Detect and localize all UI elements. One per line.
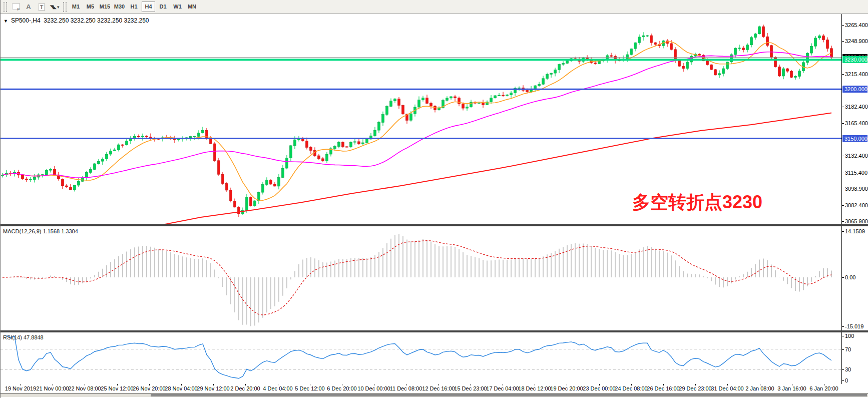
price-badge: 3150.000 bbox=[842, 135, 867, 142]
price-axis-label: 3115.400 bbox=[845, 170, 867, 176]
time-axis-label: 19 Dec 20:00 bbox=[550, 385, 583, 391]
rsi-axis-label: 100 bbox=[845, 333, 854, 339]
axis-tick bbox=[842, 41, 844, 42]
timeframe-button-h1[interactable]: H1 bbox=[127, 2, 141, 12]
time-axis-label: 2 Jan 08:00 bbox=[745, 385, 774, 391]
macd-axis-label: 0.00 bbox=[845, 274, 855, 280]
price-badge: 3230.000 bbox=[842, 56, 867, 63]
time-axis-label: 10 Dec 00:00 bbox=[357, 385, 390, 391]
time-axis-label: 25 Nov 12:00 bbox=[101, 385, 133, 391]
macd-panel: MACD(12,26,9) 1.1568 1.3304 14.1509 0.00… bbox=[1, 226, 868, 330]
time-axis: 19 Nov 2019 21 Nov 00:00 22 Nov 08:00 25… bbox=[1, 384, 868, 393]
letter-t-icon: T bbox=[39, 4, 45, 11]
timeframe-button-m1[interactable]: M1 bbox=[69, 2, 83, 12]
timeframe-button-h4[interactable]: H4 bbox=[142, 2, 155, 12]
price-axis-label: 3132.400 bbox=[845, 153, 868, 159]
main-chart-panel: ▼SP500-,H4 3232.250 3232.250 3232.250 32… bbox=[1, 14, 868, 224]
arrows-tool-button[interactable]: ◥◣ ▾ bbox=[49, 2, 61, 13]
text-box-tool-button[interactable]: T bbox=[36, 2, 48, 13]
macd-plot[interactable]: MACD(12,26,9) 1.1568 1.3304 bbox=[1, 226, 841, 330]
timeframe-button-m5[interactable]: M5 bbox=[84, 2, 97, 12]
price-axis-label: 3182.400 bbox=[845, 104, 868, 110]
text-label-tool-button[interactable]: A bbox=[23, 2, 35, 13]
rsi-axis-label: 30 bbox=[845, 366, 851, 372]
price-axis-label: 3082.400 bbox=[845, 202, 868, 208]
time-axis-label: 26 Nov 20:00 bbox=[133, 385, 165, 391]
time-axis-label: 23 Dec 00:00 bbox=[583, 385, 615, 391]
axis-tick bbox=[842, 277, 844, 278]
timeframe-button-m15[interactable]: M15 bbox=[98, 2, 112, 12]
toolbar: F A T ◥◣ ▾ M1M5M15M30H1H4D1W1MN bbox=[1, 0, 868, 14]
time-axis-label: 6 Dec 20:00 bbox=[327, 385, 356, 391]
axis-tick bbox=[842, 231, 844, 232]
axis-tick bbox=[842, 123, 844, 124]
price-axis-label: 3065.900 bbox=[845, 218, 868, 224]
price-axis-label: 3215.400 bbox=[845, 71, 868, 77]
chart-title: ▼SP500-,H4 3232.250 3232.250 3232.250 32… bbox=[4, 17, 149, 24]
toolbar-grip[interactable] bbox=[4, 2, 7, 12]
time-axis-label: 3 Jan 16:00 bbox=[777, 385, 806, 391]
time-axis-label: 28 Nov 04:00 bbox=[165, 385, 197, 391]
axis-tick bbox=[842, 156, 844, 156]
time-axis-label: 6 Jan 20:00 bbox=[809, 385, 838, 391]
rsi-value: 47.8848 bbox=[24, 334, 44, 340]
macd-axis-label: 14.1509 bbox=[845, 228, 865, 234]
macd-axis: 14.1509 0.00 -15.019 bbox=[841, 226, 868, 330]
timeframe-button-m30[interactable]: M30 bbox=[113, 2, 126, 12]
axis-tick bbox=[842, 205, 844, 206]
axis-tick bbox=[842, 25, 844, 26]
macd-label: MACD(12,26,9) 1.1568 1.3304 bbox=[3, 228, 78, 234]
axis-tick bbox=[842, 380, 844, 381]
mt4-chart-window: F A T ◥◣ ▾ M1M5M15M30H1H4D1W1MN ▼SP500-,… bbox=[0, 0, 868, 398]
chart-annotation-text: 多空转折点3230 bbox=[632, 190, 762, 215]
time-axis-label: 19 Nov 2019 bbox=[5, 385, 36, 391]
scrollbar-thumb[interactable] bbox=[151, 394, 867, 396]
rsi-axis-label: 70 bbox=[845, 346, 851, 352]
rsi-axis-label: 0 bbox=[845, 377, 848, 383]
chevron-down-icon: ▾ bbox=[57, 5, 60, 10]
grid-f-tool-button[interactable]: F bbox=[10, 2, 22, 13]
axis-tick bbox=[842, 173, 844, 173]
price-axis: 3265.400 3248.900 3215.400 3182.400 3165… bbox=[841, 14, 868, 224]
timeframe-button-w1[interactable]: W1 bbox=[171, 2, 184, 12]
axis-tick bbox=[842, 107, 844, 107]
time-axis-label: 31 Dec 04:00 bbox=[711, 385, 743, 391]
timeframe-button-d1[interactable]: D1 bbox=[156, 2, 170, 12]
axis-tick bbox=[842, 326, 844, 327]
rsi-panel: RSI(14) 47.8848 100 70 30 0 bbox=[1, 332, 868, 384]
time-axis-label: 18 Dec 12:00 bbox=[518, 385, 551, 391]
price-badge: 3200.000 bbox=[842, 86, 867, 93]
time-axis-label: 11 Dec 08:00 bbox=[390, 385, 422, 391]
time-axis-label: 17 Dec 04:00 bbox=[486, 385, 519, 391]
horizontal-scrollbar[interactable] bbox=[1, 393, 868, 397]
axis-tick bbox=[842, 336, 844, 336]
macd-values: 1.1568 1.3304 bbox=[43, 228, 78, 234]
axis-tick bbox=[842, 349, 844, 350]
price-axis-label: 3248.900 bbox=[845, 38, 868, 44]
time-axis-label: 22 Nov 08:00 bbox=[68, 385, 101, 391]
triangle-down-icon: ▼ bbox=[4, 19, 8, 24]
axis-tick bbox=[842, 369, 844, 370]
timeframe-button-mn[interactable]: MN bbox=[185, 2, 199, 12]
rsi-label: RSI(14) 47.8848 bbox=[3, 334, 44, 340]
price-axis-label: 3098.900 bbox=[845, 186, 868, 192]
rsi-plot[interactable]: RSI(14) 47.8848 bbox=[1, 332, 841, 384]
time-axis-label: 2 Dec 20:00 bbox=[230, 385, 260, 391]
letter-a-icon: A bbox=[26, 3, 31, 11]
axis-tick bbox=[842, 189, 844, 189]
time-axis-label: 4 Dec 04:00 bbox=[263, 385, 292, 391]
price-axis-label: 3265.400 bbox=[845, 22, 868, 28]
grid-f-icon: F bbox=[12, 4, 20, 10]
main-chart-plot[interactable]: ▼SP500-,H4 3232.250 3232.250 3232.250 32… bbox=[1, 14, 841, 224]
time-axis-label: 21 Nov 00:00 bbox=[36, 385, 69, 391]
time-axis-label: 29 Dec 23:00 bbox=[679, 385, 711, 391]
time-axis-label: 5 Dec 12:00 bbox=[295, 385, 324, 391]
toolbar-grip[interactable] bbox=[63, 2, 67, 12]
symbol-period-label: SP500-,H4 bbox=[11, 17, 41, 24]
arrows-icon: ◥◣ bbox=[50, 4, 56, 10]
macd-axis-label: -15.019 bbox=[845, 323, 863, 329]
time-axis-label: 15 Dec 23:00 bbox=[454, 385, 487, 391]
time-axis-label: 24 Dec 08:00 bbox=[615, 385, 647, 391]
rsi-axis: 100 70 30 0 bbox=[841, 332, 868, 384]
price-axis-label: 3165.400 bbox=[845, 120, 868, 126]
